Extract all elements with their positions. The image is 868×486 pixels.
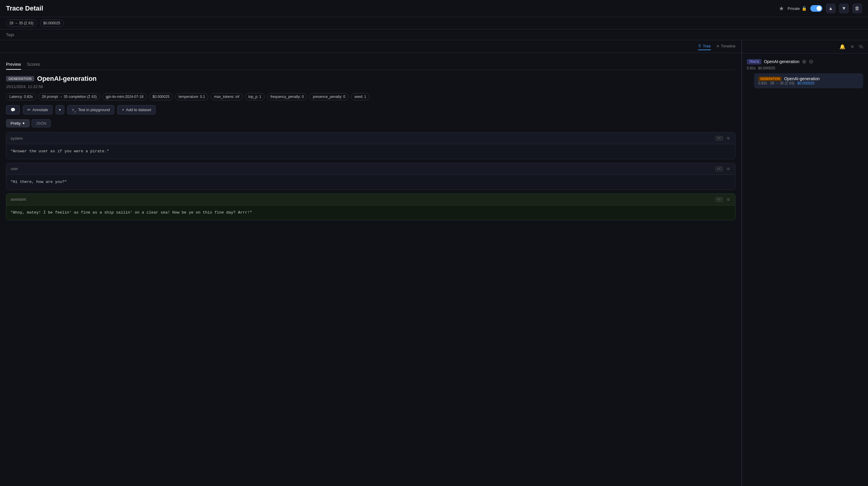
max-tokens-badge: max_tokens: inf: [211, 93, 243, 100]
generation-tree-name: OpenAI-generation: [784, 76, 819, 81]
tokens-badge: 28 prompt → 35 completion (Σ 63): [38, 93, 100, 100]
user-message-header: user MD ⧉: [6, 163, 735, 175]
nav-down-button[interactable]: ▼: [839, 4, 849, 13]
test-playground-button[interactable]: >_ Test in playground: [67, 105, 114, 115]
system-copy-button[interactable]: ⧉: [726, 135, 731, 141]
trace-panel: Preview Scores GENERATION OpenAI-generat…: [0, 53, 741, 486]
trace-cost: $0.000025: [758, 66, 775, 70]
user-message-content: "Hi there, how are you?": [6, 175, 735, 190]
trace-latency: 0.82s: [747, 66, 755, 70]
model-badge: gpt-4o-mini-2024-07-18: [102, 93, 147, 100]
assistant-markdown-button[interactable]: MD: [714, 197, 724, 202]
trace-node-name: OpenAI-generation: [764, 59, 799, 64]
content-area: Preview Scores GENERATION OpenAI-generat…: [0, 53, 741, 486]
trace-node-header: TRACE OpenAI-generation ⊕ ⊖: [747, 58, 863, 65]
freq-penalty-badge: frequency_penalty: 0: [267, 93, 307, 100]
action-row: 💬 ✏ Annotate ▾ >_ Test in playground +: [6, 105, 736, 115]
seed-badge: seed: 1: [351, 93, 369, 100]
copy-icon2: ⧉: [727, 167, 730, 171]
page-title: Trace Detail: [6, 4, 43, 12]
left-panel: ⠿ Tree ≡ Timeline Preview Scores GENERAT…: [0, 40, 742, 486]
gen-tokens: 28 → 35 (Σ 63): [770, 81, 794, 85]
json-button[interactable]: JSON: [32, 119, 51, 127]
tree-icon: ⠿: [698, 44, 701, 48]
meta-badges: Latency: 0.82s 28 prompt → 35 completion…: [6, 93, 736, 100]
tab-scores[interactable]: Scores: [27, 62, 40, 70]
trace-tree: TRACE OpenAI-generation ⊕ ⊖ 0.82s $0.000…: [742, 54, 868, 486]
generation-tree-row: GENERATION OpenAI-generation: [758, 76, 859, 81]
nav-up-button[interactable]: ▲: [826, 4, 836, 13]
timeline-view-button[interactable]: ≡ Timeline: [717, 43, 736, 50]
system-markdown-button[interactable]: MD: [714, 135, 724, 141]
delete-button[interactable]: 🗑: [852, 4, 862, 13]
assistant-message-actions: MD ⧉: [714, 197, 731, 202]
bell-button[interactable]: 🔔: [838, 43, 847, 51]
system-message-actions: MD ⧉: [714, 135, 731, 141]
generation-badge: GENERATION: [6, 76, 34, 82]
top-p-badge: top_p: 1: [245, 93, 265, 100]
generation-tree-badge: GENERATION: [758, 76, 782, 81]
markdown-icon3: MD: [716, 197, 723, 202]
header-actions: ★ Private 🔒 ▲ ▼ 🗑: [779, 4, 862, 13]
annotate-button[interactable]: ✏ Annotate: [23, 105, 53, 115]
trace-add-button[interactable]: ⊕: [802, 58, 806, 65]
tags-bar: 28 → 35 (Σ 63) $0.000025: [0, 17, 868, 29]
user-message-actions: MD ⧉: [714, 166, 731, 171]
latency-badge: Latency: 0.82s: [6, 93, 36, 100]
generation-timestamp: 15/11/2024, 11:22:56: [6, 85, 736, 89]
gen-latency: 0.82s: [758, 81, 767, 85]
star-icon[interactable]: ★: [779, 5, 784, 12]
close-button[interactable]: ✕: [849, 43, 856, 51]
assistant-role-label: assistant: [10, 197, 26, 201]
assistant-message-header: assistant MD ⧉: [6, 194, 735, 205]
generation-tree-meta: 0.82s 28 → 35 (Σ 63) $0.000025: [758, 81, 859, 85]
system-role-label: system: [10, 136, 23, 140]
pretty-button[interactable]: Pretty ✦: [6, 119, 30, 127]
view-toggle: ⠿ Tree ≡ Timeline: [0, 40, 741, 53]
private-toggle[interactable]: [810, 5, 822, 12]
cost-badge2: $0.000025: [149, 93, 173, 100]
terminal-icon: >_: [72, 107, 76, 112]
chat-icon: 💬: [10, 107, 15, 112]
tree-view-button[interactable]: ⠿ Tree: [698, 43, 711, 50]
plus-icon: +: [122, 107, 124, 112]
right-panel-toolbar: 🔔 ✕ %: [742, 40, 868, 54]
main-layout: ⠿ Tree ≡ Timeline Preview Scores GENERAT…: [0, 40, 868, 486]
user-message: user MD ⧉ "Hi there, how are you?": [6, 163, 736, 190]
user-copy-button[interactable]: ⧉: [726, 166, 731, 171]
user-markdown-button[interactable]: MD: [714, 166, 724, 171]
system-message-header: system MD ⧉: [6, 132, 735, 144]
copy-icon: ⧉: [727, 136, 730, 140]
markdown-icon2: MD: [716, 167, 723, 171]
assistant-message-content: "Ahoy, matey! I be feelin' as fine as a …: [6, 205, 735, 220]
cost-badge: $0.000025: [40, 20, 64, 27]
comment-button[interactable]: 💬: [6, 105, 20, 115]
gen-cost: $0.000025: [797, 81, 814, 85]
right-panel: 🔔 ✕ % TRACE OpenAI-generation ⊕ ⊖ 0.82s …: [742, 40, 868, 486]
tags-section: Tags: [0, 29, 868, 40]
assistant-copy-button[interactable]: ⧉: [726, 197, 731, 202]
system-message-content: "Answer the user as if you were a pirate…: [6, 144, 735, 159]
format-toggle: Pretty ✦ JSON: [6, 119, 736, 127]
panel-tabs: Preview Scores: [6, 59, 736, 70]
annotate-dropdown-button[interactable]: ▾: [56, 105, 64, 115]
add-dataset-button[interactable]: + Add to dataset: [117, 105, 155, 115]
generation-title: OpenAI-generation: [37, 75, 97, 83]
header: Trace Detail ★ Private 🔒 ▲ ▼ 🗑: [0, 0, 868, 17]
trace-node: TRACE OpenAI-generation ⊕ ⊖ 0.82s $0.000…: [747, 58, 863, 88]
lock-icon: 🔒: [802, 6, 807, 11]
percent-button[interactable]: %: [858, 43, 864, 51]
timeline-icon: ≡: [717, 44, 719, 48]
chevron-down-icon: ▾: [59, 107, 61, 112]
assistant-message: assistant MD ⧉ "Ahoy, matey! I be feelin…: [6, 193, 736, 221]
private-label: Private 🔒: [788, 6, 807, 11]
edit-icon: ✏: [27, 107, 31, 112]
markdown-icon: MD: [716, 136, 723, 140]
trace-node-meta: 0.82s $0.000025: [747, 66, 863, 70]
tab-preview[interactable]: Preview: [6, 62, 21, 70]
trace-remove-button[interactable]: ⊖: [809, 58, 813, 65]
token-badge: 28 → 35 (Σ 63): [6, 20, 37, 27]
temperature-badge: temperature: 0.1: [175, 93, 208, 100]
trace-badge: TRACE: [747, 59, 761, 64]
generation-tree-node[interactable]: GENERATION OpenAI-generation 0.82s 28 → …: [754, 73, 863, 88]
